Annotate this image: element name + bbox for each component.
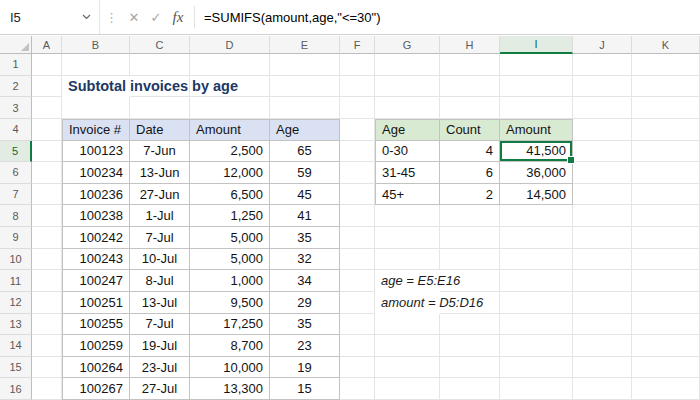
cell-C16[interactable]: 27-Jul (130, 378, 190, 400)
row-header-6[interactable]: 6 (0, 162, 32, 184)
cell-C13[interactable]: 7-Jul (130, 314, 190, 336)
cell-G2[interactable] (375, 76, 440, 98)
cell-B13[interactable]: 100255 (62, 314, 130, 336)
cell-J12[interactable] (573, 292, 632, 314)
cell-C5[interactable]: 7-Jun (130, 141, 190, 163)
column-header-J[interactable]: J (573, 36, 632, 54)
cell-F1[interactable] (340, 54, 375, 76)
cell-B8[interactable]: 100238 (62, 205, 130, 227)
cell-E6[interactable]: 59 (270, 162, 340, 184)
cell-D14[interactable]: 8,700 (190, 335, 270, 357)
cell-G15[interactable] (375, 357, 440, 379)
row-header-15[interactable]: 15 (0, 357, 32, 379)
cell-J11[interactable] (573, 270, 632, 292)
cell-F9[interactable] (340, 227, 375, 249)
cell-B5[interactable]: 100123 (62, 141, 130, 163)
cell-K8[interactable] (632, 205, 700, 227)
row-header-12[interactable]: 12 (0, 292, 32, 314)
cell-H15[interactable] (440, 357, 500, 379)
cell-D3[interactable] (190, 97, 270, 119)
row-header-7[interactable]: 7 (0, 184, 32, 206)
cell-I13[interactable] (500, 314, 573, 336)
cell-J15[interactable] (573, 357, 632, 379)
cell-H5[interactable]: 4 (440, 141, 500, 163)
cell-F14[interactable] (340, 335, 375, 357)
cell-J8[interactable] (573, 205, 632, 227)
cell-F16[interactable] (340, 378, 375, 400)
cell-E5[interactable]: 65 (270, 141, 340, 163)
row-header-10[interactable]: 10 (0, 249, 32, 271)
cell-E16[interactable]: 15 (270, 378, 340, 400)
cell-J5[interactable] (573, 141, 632, 163)
cell-D11[interactable]: 1,000 (190, 270, 270, 292)
cell-J16[interactable] (573, 378, 632, 400)
cell-G14[interactable] (375, 335, 440, 357)
cell-G11[interactable]: age = E5:E16 (375, 270, 440, 292)
cell-J10[interactable] (573, 249, 632, 271)
cell-F8[interactable] (340, 205, 375, 227)
cell-I5-selected[interactable]: 41,500 (500, 141, 573, 163)
cell-H4[interactable]: Count (440, 119, 500, 141)
cell-F13[interactable] (340, 314, 375, 336)
cell-A5[interactable] (32, 141, 62, 163)
cell-H13[interactable] (440, 314, 500, 336)
cell-D9[interactable]: 5,000 (190, 227, 270, 249)
cell-D6[interactable]: 12,000 (190, 162, 270, 184)
cell-E4[interactable]: Age (270, 119, 340, 141)
cell-C8[interactable]: 1-Jul (130, 205, 190, 227)
row-header-11[interactable]: 11 (0, 270, 32, 292)
cell-E9[interactable]: 35 (270, 227, 340, 249)
cell-I16[interactable] (500, 378, 573, 400)
row-header-16[interactable]: 16 (0, 378, 32, 400)
cell-G7[interactable]: 45+ (375, 184, 440, 206)
cell-A16[interactable] (32, 378, 62, 400)
cell-A13[interactable] (32, 314, 62, 336)
cell-H8[interactable] (440, 205, 500, 227)
cell-I15[interactable] (500, 357, 573, 379)
cell-A1[interactable] (32, 54, 62, 76)
cell-D13[interactable]: 17,250 (190, 314, 270, 336)
cell-K9[interactable] (632, 227, 700, 249)
cell-B12[interactable]: 100251 (62, 292, 130, 314)
cell-K14[interactable] (632, 335, 700, 357)
cell-B14[interactable]: 100259 (62, 335, 130, 357)
cell-A10[interactable] (32, 249, 62, 271)
row-header-13[interactable]: 13 (0, 314, 32, 336)
column-header-B[interactable]: B (62, 36, 130, 54)
cell-K3[interactable] (632, 97, 700, 119)
name-box[interactable]: I5 (0, 0, 100, 34)
cell-J3[interactable] (573, 97, 632, 119)
cell-G10[interactable] (375, 249, 440, 271)
cell-I2[interactable] (500, 76, 573, 98)
cell-A11[interactable] (32, 270, 62, 292)
cell-G6[interactable]: 31-45 (375, 162, 440, 184)
cell-B9[interactable]: 100242 (62, 227, 130, 249)
cell-G5[interactable]: 0-30 (375, 141, 440, 163)
cell-C7[interactable]: 27-Jun (130, 184, 190, 206)
row-header-5[interactable]: 5 (0, 141, 32, 163)
row-header-4[interactable]: 4 (0, 119, 32, 141)
cell-G8[interactable] (375, 205, 440, 227)
cell-I10[interactable] (500, 249, 573, 271)
cell-B1[interactable] (62, 54, 130, 76)
cell-H3[interactable] (440, 97, 500, 119)
cell-I7[interactable]: 14,500 (500, 184, 573, 206)
cell-J7[interactable] (573, 184, 632, 206)
cell-D8[interactable]: 1,250 (190, 205, 270, 227)
cell-A2[interactable] (32, 76, 62, 98)
cell-E14[interactable]: 23 (270, 335, 340, 357)
cell-I11[interactable] (500, 270, 573, 292)
cell-E15[interactable]: 19 (270, 357, 340, 379)
cell-G12[interactable]: amount = D5:D16 (375, 292, 440, 314)
cell-F7[interactable] (340, 184, 375, 206)
cell-H9[interactable] (440, 227, 500, 249)
cell-A3[interactable] (32, 97, 62, 119)
column-header-H[interactable]: H (440, 36, 500, 54)
cell-J6[interactable] (573, 162, 632, 184)
cell-C4[interactable]: Date (130, 119, 190, 141)
cell-E3[interactable] (270, 97, 340, 119)
cell-J9[interactable] (573, 227, 632, 249)
row-header-3[interactable]: 3 (0, 97, 32, 119)
column-header-E[interactable]: E (270, 36, 340, 54)
cell-F4[interactable] (340, 119, 375, 141)
